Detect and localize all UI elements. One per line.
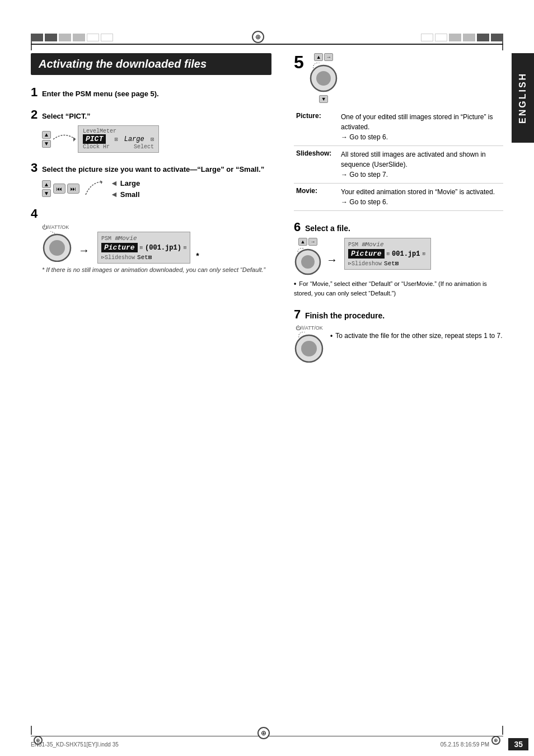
step2-arrow-keys: ▲ ▼ — [42, 131, 51, 148]
step3-number: 3 — [31, 161, 38, 175]
step3-block: 3 Select the picture size you want to ac… — [31, 161, 271, 199]
small-label: Small — [120, 190, 140, 199]
slideshow-goto: Go to step 7. — [341, 170, 501, 180]
step5-slideshow-label: Slideshow: — [294, 146, 339, 184]
step4-diagram: ⏻/I/ATT/OK → PSM ⊠Movie — [42, 224, 271, 264]
up-arrow-key: ▲ — [42, 131, 51, 139]
step6-screen-bot: ⊳Slideshow Set⊠ — [348, 260, 427, 267]
step4-right-arrow: → — [78, 244, 90, 257]
step6-m-tag2: ⊠ — [422, 251, 425, 257]
step7-title-row: 7 Finish the procedure. — [294, 307, 503, 322]
step1-text: Enter the PSM menu (see page 5). — [42, 90, 159, 98]
step7-dial-label: ⏻/I/ATT/OK — [296, 325, 322, 331]
movie-text: Your edited animation stored in “Movie” … — [341, 188, 495, 196]
deco-sq-r6 — [491, 34, 503, 41]
step6-right-btn: → — [308, 238, 317, 246]
step6-psm-screen: PSM ⊠Movie Picture ⊠ 001.jp1 ⊠ ⊳Slidesho… — [344, 238, 431, 270]
deco-sq-4 — [73, 34, 85, 41]
step4-footnote: * If there is no still images or animati… — [42, 266, 271, 274]
top-line — [31, 44, 503, 45]
page-number-text: 35 — [514, 740, 523, 749]
step5-desc-table: Picture: One of your edited still images… — [294, 109, 503, 211]
bottom-circle-right: ⊕ — [491, 736, 500, 745]
right-col-inner: 5 ▲ → ▼ — [294, 53, 503, 363]
bottom-file-text: EN31-35_KD-SHX751[EY]I.indd 35 — [31, 741, 119, 748]
step6-text: Select a file. — [305, 224, 350, 233]
step3-diagram: ▲ ▼ ⏮ ⏭ ◄ Large — [42, 179, 271, 199]
bottom-vline-right — [502, 726, 503, 735]
step1-number: 1 — [31, 85, 38, 99]
step5-picture-desc: One of your edited still images stored i… — [339, 109, 503, 146]
step4-slideshow: ⊳Slideshow — [101, 254, 135, 261]
step7-content: ⏻/I/ATT/OK • To activate the file for th… — [294, 325, 503, 363]
dashed-curve-svg — [53, 134, 76, 145]
step2-m-tag2: ⊠ — [151, 136, 154, 143]
svg-point-3 — [49, 240, 65, 256]
step4-dial-area: ⏻/I/ATT/OK — [42, 224, 73, 264]
step5-header: 5 ▲ → ▼ — [294, 53, 503, 103]
step5-picture-row: Picture: One of your edited still images… — [294, 109, 503, 146]
step6-picture-hl: Picture — [348, 249, 385, 259]
step5-down-btn: ▼ — [319, 95, 328, 103]
step3-up-key: ▲ — [42, 180, 51, 188]
step3-small-option: ◄ Small — [110, 190, 140, 199]
main-content: Activating the downloaded files 1 Enter … — [31, 53, 503, 725]
section-title-text: Activating the downloaded files — [39, 58, 207, 70]
bottom-text-right: 05.2.15 8:16:59 PM — [441, 741, 489, 748]
step6-m-tag: ⊠ — [387, 251, 390, 257]
step5-number: 5 — [294, 53, 304, 71]
section-title: Activating the downloaded files — [31, 53, 271, 75]
step6-controls: ▲ → — [294, 238, 322, 275]
deco-squares-right — [421, 34, 503, 41]
step6-screen-mid: Picture ⊠ 001.jp1 ⊠ — [348, 249, 427, 259]
deco-circle-center: ⊕ — [252, 31, 264, 43]
step2-m-tag: ⊠ — [114, 136, 118, 143]
step4-m-tag: ⊠ — [140, 245, 143, 251]
step2-number: 2 — [31, 107, 38, 121]
movie-term: Movie: — [296, 187, 317, 195]
step6-set: Set⊠ — [384, 260, 399, 267]
deco-sq-1 — [31, 34, 43, 41]
step7-block: 7 Finish the procedure. ⏻/I/ATT/OK — [294, 307, 503, 363]
step6-note: • For “Movie,” select either “Default” o… — [294, 279, 503, 298]
step7-note-text: • To activate the file for the other siz… — [330, 331, 503, 341]
step3-large-option: ◄ Large — [110, 179, 140, 187]
step5-movie-label: Movie: — [294, 184, 339, 211]
step7-controls: ⏻/I/ATT/OK — [294, 325, 325, 363]
picture-term: Picture: — [296, 112, 321, 120]
step6-note-text: For “Movie,” select either “Default” or … — [294, 280, 487, 297]
step5-movie-desc: Your edited animation stored in “Movie” … — [339, 184, 503, 211]
step2-large: Large — [124, 135, 144, 143]
bottom-deco-right — [502, 726, 503, 735]
left-arrow-large: ◄ — [110, 179, 118, 187]
svg-marker-0 — [73, 137, 76, 142]
step4-screen-bot: ⊳Slideshow Set⊠ — [101, 253, 186, 261]
step2-diagram: ▲ ▼ LevelMeter PICT ⊠ Large — [42, 125, 271, 153]
step5-right-btn: → — [324, 53, 333, 61]
step7-text: Finish the procedure. — [305, 311, 385, 320]
step5-up-btn: ▲ — [314, 53, 323, 61]
picture-goto: Go to step 6. — [341, 132, 501, 142]
step7-number: 7 — [294, 307, 301, 321]
step4-footnote-text: * If there is no still images or animati… — [42, 266, 265, 273]
deco-sq-3 — [59, 34, 71, 41]
movie-goto: Go to step 6. — [341, 197, 501, 207]
svg-point-10 — [301, 341, 317, 356]
step6-psm-label: PSM — [348, 242, 362, 248]
step6-up-btn: ▲ — [298, 238, 307, 246]
step3-arrow-keys: ▲ ▼ — [42, 180, 51, 197]
step5-slideshow-row: Slideshow: All stored still images are a… — [294, 146, 503, 184]
svg-point-6 — [316, 71, 331, 86]
step4-number: 4 — [31, 206, 38, 220]
step4-asterisk-marker: * — [196, 251, 199, 260]
page-number: 35 — [508, 738, 528, 750]
deco-sq-r2 — [435, 34, 447, 41]
deco-sq-2 — [45, 34, 57, 41]
bottom-circle-center: ⊕ — [257, 727, 270, 739]
step4-screen-mid: Picture ⊠ (001.jp1) ⊠ — [101, 243, 186, 252]
step6-number: 6 — [294, 220, 301, 234]
bottom-deco-left — [31, 726, 32, 735]
step4-picture-hl: Picture — [101, 243, 138, 252]
slideshow-text: All stored still images are activated an… — [341, 151, 486, 168]
step2-block: 2 Select “PICT.” ▲ ▼ LevelMete — [31, 107, 271, 153]
